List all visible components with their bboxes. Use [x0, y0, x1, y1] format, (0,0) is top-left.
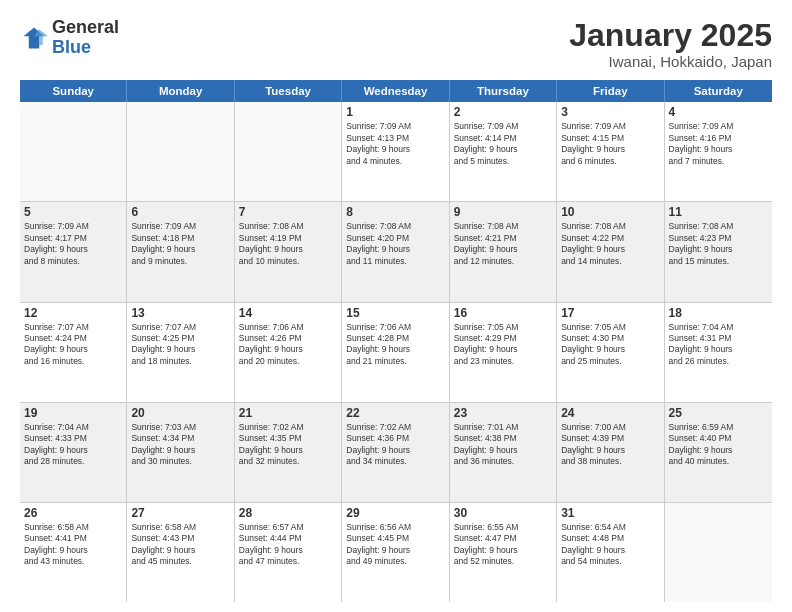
- day-cell-15: 15Sunrise: 7:06 AM Sunset: 4:28 PM Dayli…: [342, 303, 449, 402]
- calendar-week-5: 26Sunrise: 6:58 AM Sunset: 4:41 PM Dayli…: [20, 503, 772, 602]
- title-block: January 2025 Iwanai, Hokkaido, Japan: [569, 18, 772, 70]
- day-cell-10: 10Sunrise: 7:08 AM Sunset: 4:22 PM Dayli…: [557, 202, 664, 301]
- day-info: Sunrise: 6:56 AM Sunset: 4:45 PM Dayligh…: [346, 522, 444, 568]
- day-cell-21: 21Sunrise: 7:02 AM Sunset: 4:35 PM Dayli…: [235, 403, 342, 502]
- day-info: Sunrise: 7:04 AM Sunset: 4:33 PM Dayligh…: [24, 422, 122, 468]
- day-info: Sunrise: 7:06 AM Sunset: 4:26 PM Dayligh…: [239, 322, 337, 368]
- day-cell-25: 25Sunrise: 6:59 AM Sunset: 4:40 PM Dayli…: [665, 403, 772, 502]
- day-number: 18: [669, 306, 768, 320]
- day-info: Sunrise: 7:08 AM Sunset: 4:19 PM Dayligh…: [239, 221, 337, 267]
- day-cell-17: 17Sunrise: 7:05 AM Sunset: 4:30 PM Dayli…: [557, 303, 664, 402]
- header-monday: Monday: [127, 80, 234, 102]
- day-number: 26: [24, 506, 122, 520]
- day-cell-11: 11Sunrise: 7:08 AM Sunset: 4:23 PM Dayli…: [665, 202, 772, 301]
- day-number: 7: [239, 205, 337, 219]
- day-cell-22: 22Sunrise: 7:02 AM Sunset: 4:36 PM Dayli…: [342, 403, 449, 502]
- logo-text: General Blue: [52, 18, 119, 58]
- day-cell-19: 19Sunrise: 7:04 AM Sunset: 4:33 PM Dayli…: [20, 403, 127, 502]
- day-number: 13: [131, 306, 229, 320]
- empty-cell: [665, 503, 772, 602]
- day-number: 27: [131, 506, 229, 520]
- day-info: Sunrise: 7:01 AM Sunset: 4:38 PM Dayligh…: [454, 422, 552, 468]
- day-cell-4: 4Sunrise: 7:09 AM Sunset: 4:16 PM Daylig…: [665, 102, 772, 201]
- day-cell-28: 28Sunrise: 6:57 AM Sunset: 4:44 PM Dayli…: [235, 503, 342, 602]
- day-cell-29: 29Sunrise: 6:56 AM Sunset: 4:45 PM Dayli…: [342, 503, 449, 602]
- empty-cell: [235, 102, 342, 201]
- day-number: 1: [346, 105, 444, 119]
- day-cell-20: 20Sunrise: 7:03 AM Sunset: 4:34 PM Dayli…: [127, 403, 234, 502]
- empty-cell: [127, 102, 234, 201]
- calendar-header: Sunday Monday Tuesday Wednesday Thursday…: [20, 80, 772, 102]
- day-number: 31: [561, 506, 659, 520]
- day-number: 2: [454, 105, 552, 119]
- day-info: Sunrise: 7:05 AM Sunset: 4:30 PM Dayligh…: [561, 322, 659, 368]
- day-number: 29: [346, 506, 444, 520]
- day-cell-23: 23Sunrise: 7:01 AM Sunset: 4:38 PM Dayli…: [450, 403, 557, 502]
- day-cell-14: 14Sunrise: 7:06 AM Sunset: 4:26 PM Dayli…: [235, 303, 342, 402]
- day-info: Sunrise: 6:54 AM Sunset: 4:48 PM Dayligh…: [561, 522, 659, 568]
- day-cell-7: 7Sunrise: 7:08 AM Sunset: 4:19 PM Daylig…: [235, 202, 342, 301]
- day-info: Sunrise: 7:09 AM Sunset: 4:13 PM Dayligh…: [346, 121, 444, 167]
- day-number: 24: [561, 406, 659, 420]
- day-number: 5: [24, 205, 122, 219]
- day-cell-12: 12Sunrise: 7:07 AM Sunset: 4:24 PM Dayli…: [20, 303, 127, 402]
- calendar: Sunday Monday Tuesday Wednesday Thursday…: [20, 80, 772, 602]
- day-info: Sunrise: 6:57 AM Sunset: 4:44 PM Dayligh…: [239, 522, 337, 568]
- header-tuesday: Tuesday: [235, 80, 342, 102]
- logo-blue: Blue: [52, 37, 91, 57]
- day-cell-1: 1Sunrise: 7:09 AM Sunset: 4:13 PM Daylig…: [342, 102, 449, 201]
- day-number: 8: [346, 205, 444, 219]
- day-info: Sunrise: 7:08 AM Sunset: 4:22 PM Dayligh…: [561, 221, 659, 267]
- day-number: 17: [561, 306, 659, 320]
- logo-general: General: [52, 17, 119, 37]
- day-cell-30: 30Sunrise: 6:55 AM Sunset: 4:47 PM Dayli…: [450, 503, 557, 602]
- logo-icon: [20, 24, 48, 52]
- day-info: Sunrise: 7:09 AM Sunset: 4:16 PM Dayligh…: [669, 121, 768, 167]
- day-number: 3: [561, 105, 659, 119]
- page: General Blue January 2025 Iwanai, Hokkai…: [0, 0, 792, 612]
- day-cell-9: 9Sunrise: 7:08 AM Sunset: 4:21 PM Daylig…: [450, 202, 557, 301]
- day-info: Sunrise: 7:08 AM Sunset: 4:21 PM Dayligh…: [454, 221, 552, 267]
- day-cell-8: 8Sunrise: 7:08 AM Sunset: 4:20 PM Daylig…: [342, 202, 449, 301]
- day-info: Sunrise: 7:02 AM Sunset: 4:35 PM Dayligh…: [239, 422, 337, 468]
- day-cell-18: 18Sunrise: 7:04 AM Sunset: 4:31 PM Dayli…: [665, 303, 772, 402]
- day-info: Sunrise: 7:04 AM Sunset: 4:31 PM Dayligh…: [669, 322, 768, 368]
- day-number: 25: [669, 406, 768, 420]
- day-cell-2: 2Sunrise: 7:09 AM Sunset: 4:14 PM Daylig…: [450, 102, 557, 201]
- day-number: 14: [239, 306, 337, 320]
- day-info: Sunrise: 6:58 AM Sunset: 4:41 PM Dayligh…: [24, 522, 122, 568]
- day-number: 10: [561, 205, 659, 219]
- calendar-title: January 2025: [569, 18, 772, 53]
- header-wednesday: Wednesday: [342, 80, 449, 102]
- day-info: Sunrise: 7:08 AM Sunset: 4:20 PM Dayligh…: [346, 221, 444, 267]
- day-number: 15: [346, 306, 444, 320]
- day-info: Sunrise: 7:08 AM Sunset: 4:23 PM Dayligh…: [669, 221, 768, 267]
- day-cell-26: 26Sunrise: 6:58 AM Sunset: 4:41 PM Dayli…: [20, 503, 127, 602]
- day-info: Sunrise: 6:58 AM Sunset: 4:43 PM Dayligh…: [131, 522, 229, 568]
- calendar-week-3: 12Sunrise: 7:07 AM Sunset: 4:24 PM Dayli…: [20, 303, 772, 403]
- day-cell-24: 24Sunrise: 7:00 AM Sunset: 4:39 PM Dayli…: [557, 403, 664, 502]
- header-friday: Friday: [557, 80, 664, 102]
- calendar-body: 1Sunrise: 7:09 AM Sunset: 4:13 PM Daylig…: [20, 102, 772, 602]
- day-number: 28: [239, 506, 337, 520]
- day-info: Sunrise: 7:09 AM Sunset: 4:14 PM Dayligh…: [454, 121, 552, 167]
- day-number: 4: [669, 105, 768, 119]
- day-number: 6: [131, 205, 229, 219]
- day-number: 9: [454, 205, 552, 219]
- day-info: Sunrise: 6:59 AM Sunset: 4:40 PM Dayligh…: [669, 422, 768, 468]
- day-number: 11: [669, 205, 768, 219]
- day-info: Sunrise: 7:09 AM Sunset: 4:15 PM Dayligh…: [561, 121, 659, 167]
- day-info: Sunrise: 7:05 AM Sunset: 4:29 PM Dayligh…: [454, 322, 552, 368]
- day-info: Sunrise: 7:09 AM Sunset: 4:17 PM Dayligh…: [24, 221, 122, 267]
- header-thursday: Thursday: [450, 80, 557, 102]
- logo: General Blue: [20, 18, 119, 58]
- day-number: 20: [131, 406, 229, 420]
- day-info: Sunrise: 7:07 AM Sunset: 4:24 PM Dayligh…: [24, 322, 122, 368]
- calendar-week-1: 1Sunrise: 7:09 AM Sunset: 4:13 PM Daylig…: [20, 102, 772, 202]
- day-cell-6: 6Sunrise: 7:09 AM Sunset: 4:18 PM Daylig…: [127, 202, 234, 301]
- header: General Blue January 2025 Iwanai, Hokkai…: [20, 18, 772, 70]
- calendar-week-2: 5Sunrise: 7:09 AM Sunset: 4:17 PM Daylig…: [20, 202, 772, 302]
- day-info: Sunrise: 7:07 AM Sunset: 4:25 PM Dayligh…: [131, 322, 229, 368]
- day-cell-13: 13Sunrise: 7:07 AM Sunset: 4:25 PM Dayli…: [127, 303, 234, 402]
- day-cell-16: 16Sunrise: 7:05 AM Sunset: 4:29 PM Dayli…: [450, 303, 557, 402]
